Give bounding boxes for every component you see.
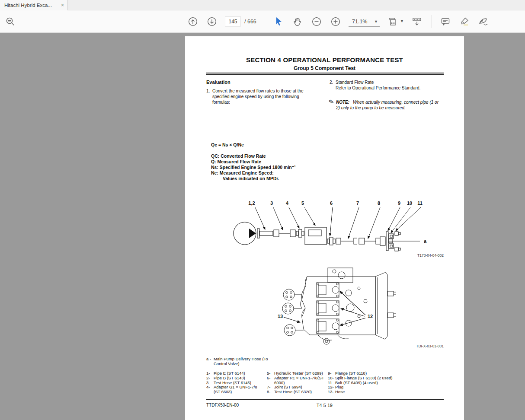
cursor-arrow-icon xyxy=(274,17,284,26)
item-body: Refer to Operational Performance Standar… xyxy=(336,85,445,91)
pencil-note-icon: ✎ xyxy=(328,99,335,105)
plus-circle-icon xyxy=(330,16,341,27)
previous-page-button[interactable] xyxy=(188,16,198,27)
comment-tool-button[interactable] xyxy=(440,16,451,27)
hookup-diagram: 1,2 3 4 5 6 7 8 9 10 11 a xyxy=(230,198,447,261)
arrow-down-circle-icon xyxy=(207,16,217,27)
zoom-in-button[interactable] xyxy=(330,16,341,27)
footer-rule xyxy=(206,399,444,400)
legend-a-row: a - Main Pump Delivery Hose (To Control … xyxy=(206,356,271,366)
legend-key: a - xyxy=(206,356,214,366)
arrow-up-circle-icon xyxy=(188,16,198,27)
definition-line: QC: Converted Flow Rate xyxy=(211,153,296,159)
callout-label: 7 xyxy=(356,200,359,206)
fit-width-icon xyxy=(388,16,398,27)
list-item: 2. Standard Flow Rate Refer to Operation… xyxy=(330,80,445,91)
callout-label: 5 xyxy=(301,200,304,206)
definition-line: Q: Measured Flow Rate xyxy=(211,159,296,165)
left-column: Evaluation 1. Convert the measured flow … xyxy=(206,80,317,105)
document-tab[interactable]: Hitachi Hybrid Exca... × xyxy=(0,0,68,10)
fill-sign-button[interactable] xyxy=(478,16,489,27)
callout-label: 8 xyxy=(378,200,380,206)
parts-column-2: 5-Hydraulic Tester (ST 6299) 6-Adapter R… xyxy=(267,371,326,395)
tab-close-icon[interactable]: × xyxy=(61,3,64,8)
app-window: Hitachi Hybrid Exca... × xyxy=(0,0,525,420)
definition-line: Ne: Measured Engine Speed: xyxy=(211,170,296,176)
scrolling-mode-button[interactable] xyxy=(412,16,422,27)
parts-column-3: 9-Flange (ST 6118) 10-Split Flange (ST 6… xyxy=(328,371,402,395)
continuous-scroll-icon xyxy=(411,16,423,27)
part-row: 8-Test Hose (ST 6320) xyxy=(267,390,326,395)
highlighter-icon xyxy=(459,16,470,27)
part-row: 6-Adapter R1 × UNF1-7/8(ST 6000) xyxy=(267,376,326,385)
legend-text: Main Pump Delivery Hose (To Control Valv… xyxy=(214,356,271,366)
item-number: 1. xyxy=(206,88,212,105)
callout-label: 11 xyxy=(417,200,423,206)
pump-diagram: 13 12 xyxy=(277,264,424,347)
evaluation-heading: Evaluation xyxy=(206,80,317,85)
document-viewport[interactable]: SECTION 4 OPERATIONAL PERFORMANCE TEST G… xyxy=(0,33,525,420)
hose-a-label: a xyxy=(424,239,427,244)
formula-definitions: QC: Converted Flow Rate Q: Measured Flow… xyxy=(211,153,296,181)
minus-circle-icon xyxy=(311,16,322,27)
part-row: 2-Pipe B (ST 6143) xyxy=(206,376,265,381)
figure-number: T173-04-04-002 xyxy=(417,253,444,258)
find-button[interactable] xyxy=(5,16,16,27)
callout-label: 12 xyxy=(368,314,373,319)
zoom-out-button[interactable] xyxy=(311,16,322,27)
chevron-down-icon[interactable]: ▼ xyxy=(400,19,404,23)
callout-label: 4 xyxy=(286,200,289,206)
page-fit-button[interactable] xyxy=(388,16,398,27)
tab-bar: Hitachi Hybrid Exca... × xyxy=(0,0,525,10)
hand-icon xyxy=(293,17,302,26)
toolbar-divider xyxy=(264,15,264,28)
callout-label: 6 xyxy=(330,200,333,206)
definition-line: Values indicated on MPDr. xyxy=(211,176,296,181)
next-page-button[interactable] xyxy=(207,16,217,27)
toolbar: / 666 xyxy=(0,10,525,32)
callout-label: 13 xyxy=(278,314,283,319)
comment-bubble-icon xyxy=(440,16,451,27)
tab-title: Hitachi Hybrid Exca... xyxy=(4,3,58,8)
conversion-formula: Qc = Ns × Q/Ne xyxy=(211,142,244,147)
note-block: ✎ NOTE:When actually measuring, connect … xyxy=(330,99,443,111)
page-total-label: / 666 xyxy=(244,19,256,25)
pdf-page: SECTION 4 OPERATIONAL PERFORMANCE TEST G… xyxy=(185,36,464,420)
hand-tool-button[interactable] xyxy=(292,16,303,27)
group-subtitle: Group 5 Component Test xyxy=(185,65,464,71)
callout-label: 3 xyxy=(270,200,273,206)
part-row: 4-Adapter G1 × UNF1-7/8 (ST 6603) xyxy=(206,385,265,395)
part-row: 10-Split Flange (ST 6130) (2 used) xyxy=(328,376,402,381)
chevron-down-icon: ▼ xyxy=(374,19,380,24)
list-item: 1. Convert the measured flow rates to th… xyxy=(206,88,317,105)
item-number: 2. xyxy=(330,80,336,91)
highlight-tool-button[interactable] xyxy=(459,16,470,27)
header-rule xyxy=(206,73,444,75)
callout-label: 1,2 xyxy=(248,200,255,206)
callout-label: 9 xyxy=(398,200,400,206)
page-code: T4-5-19 xyxy=(185,403,464,408)
search-icon xyxy=(5,16,16,27)
right-column: 2. Standard Flow Rate Refer to Operation… xyxy=(330,80,445,91)
zoom-level-select[interactable]: 71.1% ▼ xyxy=(349,16,380,27)
zoom-level-value: 71.1% xyxy=(349,19,374,25)
note-label: NOTE: xyxy=(336,100,353,105)
toolbar-divider xyxy=(432,15,432,28)
callout-label: 10 xyxy=(407,200,412,206)
definition-line: Ns: Specified Engine Speed 1800 min⁻¹ xyxy=(211,165,296,170)
section-title: SECTION 4 OPERATIONAL PERFORMANCE TEST xyxy=(185,56,464,64)
figure-number: TDFX-03-01-001 xyxy=(416,344,444,348)
item-title: Standard Flow Rate xyxy=(336,80,445,85)
select-tool-button[interactable] xyxy=(274,16,284,27)
part-row: 13-Hose xyxy=(328,390,402,395)
item-text: Convert the measured flow rates to those… xyxy=(212,88,317,105)
page-number-input[interactable] xyxy=(225,16,241,26)
fountain-pen-icon xyxy=(478,16,489,27)
parts-column-1: 1-Pipe E (ST 6144) 2-Pipe B (ST 6143) 3-… xyxy=(206,371,265,395)
